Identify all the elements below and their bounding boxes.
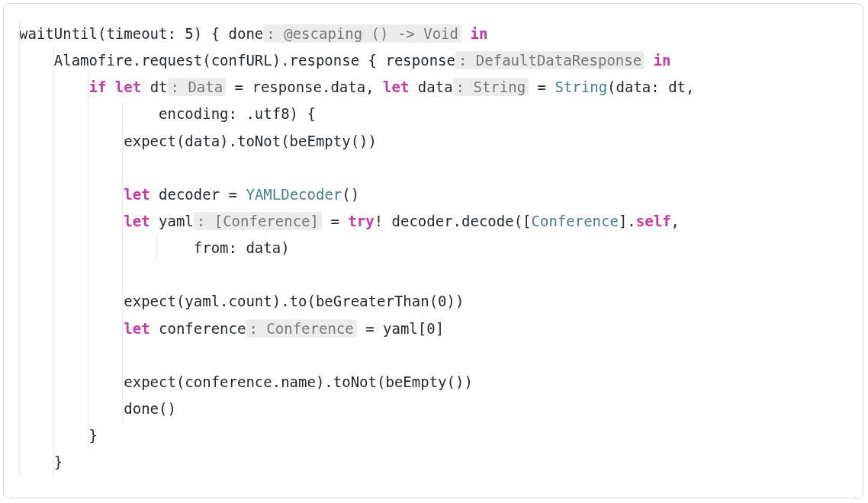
code-line[interactable]: } (19, 449, 847, 476)
keyword-let: let (124, 320, 149, 337)
number-literal: 0 (438, 293, 446, 309)
code-line[interactable]: let decoder = YAMLDecoder() (19, 181, 847, 208)
code-text: expect(data).toNot(beEmpty()) (19, 133, 377, 149)
keyword-if: if (89, 78, 107, 95)
code-line[interactable]: Alamofire.request(confURL).response { re… (19, 47, 847, 74)
code-line[interactable] (19, 155, 847, 181)
code-line[interactable]: expect(conference.name).toNot(beEmpty()) (19, 369, 847, 396)
code-line[interactable]: if let dt: Data = response.data, let dat… (19, 74, 847, 101)
code-text: expect(yaml.count).to(beGreaterThan( (19, 293, 438, 309)
code-text: (data: dt, (607, 78, 694, 95)
code-line[interactable]: let conference: Conference = yaml[0] (19, 316, 847, 342)
type-name: Conference (532, 213, 619, 229)
code-text: decoder = (150, 186, 246, 203)
code-text: waitUntil(timeout: (19, 25, 185, 42)
code-text (19, 213, 124, 229)
type-name: YAMLDecoder (246, 186, 342, 203)
code-line[interactable] (19, 261, 847, 288)
code-line[interactable] (19, 342, 847, 369)
keyword-let: let (124, 186, 149, 203)
code-text (461, 25, 470, 42)
code-line[interactable]: waitUntil(timeout: 5) { done: @escaping … (19, 21, 847, 47)
code-text (19, 320, 124, 337)
keyword-try: try (348, 213, 374, 229)
code-text: , (671, 213, 680, 229)
code-text (19, 186, 124, 203)
code-line[interactable]: expect(data).toNot(beEmpty()) (19, 128, 847, 155)
keyword-self: self (636, 213, 671, 229)
code-text: () (342, 186, 359, 203)
number-literal: 5 (185, 25, 193, 42)
code-text: = response.data, (226, 78, 383, 95)
code-text: from: data) (19, 239, 290, 256)
keyword-let: let (124, 213, 149, 229)
code-line[interactable]: expect(yaml.count).to(beGreaterThan(0)) (19, 288, 847, 315)
code-editor-frame: waitUntil(timeout: 5) { done: @escaping … (3, 3, 863, 498)
type-hint: : Data (168, 78, 227, 96)
code-text: conference (150, 320, 246, 337)
code-text: = yaml[ (357, 320, 427, 337)
number-literal: 0 (426, 320, 435, 337)
code-text: ]. (619, 213, 636, 229)
code-text: yaml (150, 213, 194, 229)
keyword-let: let (383, 78, 409, 95)
code-line[interactable]: encoding: .utf8) { (19, 101, 847, 127)
code-text: ! decoder.decode([ (375, 213, 532, 229)
type-hint: : [Conference] (194, 212, 322, 230)
code-text: ] (436, 320, 444, 337)
keyword-let: let (115, 78, 141, 95)
code-line[interactable]: let yaml: [Conference] = try! decoder.de… (19, 208, 847, 235)
code-line[interactable]: } (19, 422, 847, 449)
type-hint: : DefaultDataResponse (455, 51, 645, 69)
code-text (106, 78, 114, 95)
code-text: )) (447, 293, 465, 309)
keyword-in: in (470, 25, 487, 42)
code-line[interactable]: from: data) (19, 235, 847, 261)
type-name: String (555, 78, 607, 95)
code-text: dt (141, 78, 167, 95)
code-text: } (19, 427, 98, 444)
code-text: = (529, 78, 555, 95)
code-text: data (409, 78, 452, 95)
code-text: Alamofire.request(confURL).response { re… (19, 52, 455, 69)
code-text: done() (19, 400, 176, 417)
code-text: = (322, 213, 348, 229)
code-text (645, 52, 653, 69)
type-hint: : Conference (246, 319, 356, 338)
code-text: ) { done (194, 25, 264, 42)
type-hint: : String (453, 78, 529, 96)
code-line[interactable]: done() (19, 396, 847, 422)
code-text: } (19, 453, 63, 470)
code-text: encoding: .utf8) { (19, 105, 316, 122)
keyword-in: in (654, 52, 671, 69)
type-hint: : @escaping () -> Void (263, 24, 461, 43)
